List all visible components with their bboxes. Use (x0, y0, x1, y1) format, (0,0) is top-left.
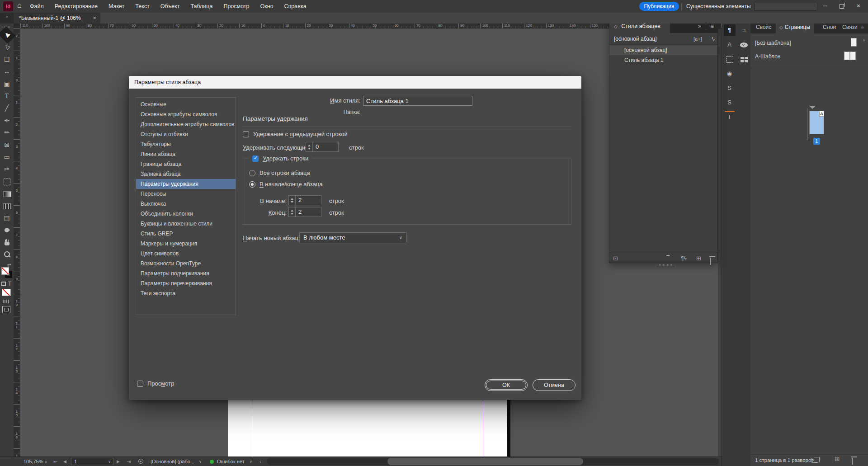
quick-apply-panel-icon[interactable]: ◉ (724, 68, 736, 80)
dialog-category-item[interactable]: Буквицы и вложенные стили (136, 219, 236, 229)
home-icon[interactable]: ⌂ (17, 1, 22, 9)
document-tab[interactable]: *Безымянный-1 @ 106% × (14, 13, 100, 24)
dialog-category-item[interactable]: Параметры удержания (136, 179, 236, 189)
clear-overrides-icon[interactable]: ¶ϟ (681, 253, 687, 264)
start-end-radio[interactable] (249, 181, 255, 188)
chevron-down-icon[interactable]: ∨ (250, 457, 252, 466)
dialog-category-item[interactable]: Теги экспорта (136, 288, 236, 298)
dialog-category-item[interactable]: Параметры перечеркивания (136, 278, 236, 288)
redefine-style-icon[interactable]: [a+] (693, 33, 702, 45)
style-list-item[interactable]: [основной абзац] (609, 45, 717, 55)
margin-guide-left[interactable] (252, 391, 252, 457)
cancel-button[interactable]: Отмена (533, 379, 576, 391)
screen-mode-button[interactable] (2, 306, 10, 313)
gradient-panel-icon[interactable]: S (724, 97, 736, 108)
create-new-style-icon[interactable]: ⊞ (696, 253, 701, 264)
at-start-stepper[interactable]: 2 (288, 195, 321, 205)
panel-cycle-icon[interactable]: ◇ (779, 25, 783, 30)
zoom-level-control[interactable]: 105,75% ∨ (24, 457, 47, 466)
style-name-input[interactable] (363, 96, 472, 106)
menu-item[interactable]: Редактирование (55, 3, 98, 9)
menu-item[interactable]: Окно (260, 3, 274, 9)
cc-libraries-panel-icon[interactable] (738, 39, 750, 51)
master-row-a[interactable]: А-Шаблон (750, 50, 868, 63)
window-minimize-button[interactable]: ─ (818, 0, 832, 12)
keep-lines-checkbox[interactable] (252, 155, 259, 162)
scrollbar-thumb[interactable] (387, 458, 583, 465)
scissors-tool[interactable]: ✂ (1, 164, 13, 175)
next-page-button[interactable]: ▶ (117, 457, 120, 466)
fill-color-swatch[interactable] (1, 267, 9, 275)
load-styles-icon[interactable]: ⊡ (613, 253, 618, 264)
dialog-category-item[interactable]: Стиль GREP (136, 229, 236, 239)
menu-item[interactable]: Файл (30, 3, 44, 9)
ok-button[interactable]: ОК (485, 379, 528, 391)
paragraph-styles-panel-icon[interactable]: ¶ (724, 24, 736, 36)
margin-guide-right[interactable] (483, 391, 483, 457)
master-row-none[interactable]: [Без шаблона] (750, 36, 868, 50)
last-page-button[interactable]: ⇥ (127, 457, 131, 466)
line-tool[interactable]: ╱ (1, 103, 13, 114)
dialog-category-item[interactable]: Основные атрибуты символов (136, 109, 236, 119)
stepper-arrows[interactable] (306, 142, 312, 152)
vertical-scrollbar[interactable] (718, 28, 722, 457)
pages-grid-panel-icon[interactable] (738, 53, 750, 65)
keep-with-previous-checkbox[interactable] (243, 131, 249, 137)
panel-collapse-icon[interactable]: » (0, 13, 14, 24)
preflight-profile-label[interactable]: [Основной] (рабо... (151, 457, 194, 466)
delete-page-icon[interactable] (852, 458, 853, 464)
at-start-value[interactable]: 2 (295, 195, 321, 205)
first-page-button[interactable]: ⇤ (53, 457, 57, 466)
menu-item[interactable]: Просмотр (223, 3, 249, 9)
dialog-category-item[interactable]: Заливка абзаца (136, 169, 236, 179)
dialog-category-item[interactable]: Цвет символов (136, 249, 236, 259)
menu-item[interactable]: Текст (135, 3, 149, 9)
at-end-value[interactable]: 2 (295, 207, 321, 217)
new-page-icon[interactable]: ⊞ (835, 455, 840, 462)
dialog-category-item[interactable]: Переносы (136, 189, 236, 199)
style-list-item[interactable]: Стиль абзаца 1 (609, 55, 717, 65)
panel-resize-handle[interactable] (658, 264, 674, 266)
override-highlighter-icon[interactable]: ϟ (712, 33, 715, 45)
panel-collapse-icon[interactable]: » (698, 23, 701, 29)
chevron-down-icon[interactable]: ∨ (199, 457, 202, 466)
horizontal-scrollbar[interactable] (267, 458, 719, 465)
formatting-affects-text-toggle[interactable]: T (8, 281, 11, 287)
dialog-category-item[interactable]: Маркеры и нумерация (136, 239, 236, 249)
search-input[interactable] (754, 2, 817, 11)
page-number-field[interactable]: 1 ∨ (71, 458, 113, 465)
formatting-affects-container-toggle[interactable] (1, 282, 6, 286)
object-styles-panel-icon[interactable] (724, 53, 736, 65)
rectangle-tool[interactable]: ▭ (1, 151, 13, 163)
scroll-up-icon[interactable]: ∧ (863, 38, 865, 42)
gap-tool[interactable]: ↔ (1, 66, 13, 77)
dialog-category-item[interactable]: Дополнительные атрибуты символов (136, 119, 236, 129)
pen-tool[interactable]: ✒ (1, 115, 13, 126)
rectangle-frame-tool[interactable]: ⊠ (1, 139, 13, 151)
character-styles-panel-icon[interactable]: A (724, 39, 736, 51)
dialog-category-item[interactable]: Объединить колонки (136, 209, 236, 219)
scroll-left-icon[interactable]: ‹ (259, 457, 261, 466)
pencil-tool[interactable]: ✏ (1, 127, 13, 138)
preflight-status-label[interactable]: Ошибок нет (217, 457, 245, 466)
dialog-category-item[interactable]: Линии абзаца (136, 149, 236, 159)
dialog-category-item[interactable]: Границы абзаца (136, 159, 236, 169)
tab-close-icon[interactable]: × (93, 13, 96, 24)
panel-cycle-icon[interactable]: ◇ (614, 24, 618, 29)
apply-none-swatch[interactable] (2, 289, 11, 296)
properties-panel-icon[interactable]: ≡ (738, 24, 750, 36)
preview-checkbox[interactable] (137, 381, 143, 387)
note-tool[interactable]: ▤ (1, 212, 13, 224)
page-tool[interactable]: ❏ (1, 54, 13, 65)
menu-item[interactable]: Таблица (190, 3, 212, 9)
keep-next-stepper[interactable]: 0 (306, 142, 339, 152)
type-tool[interactable]: T (1, 90, 13, 102)
hand-tool[interactable] (1, 237, 13, 248)
swatches-panel-icon[interactable]: S (724, 82, 736, 94)
gradient-feather-tool[interactable] (1, 200, 13, 212)
zoom-tool[interactable] (1, 249, 13, 260)
preflight-icon[interactable] (138, 459, 143, 464)
window-restore-button[interactable] (835, 0, 848, 12)
dialog-category-item[interactable]: Основные (136, 99, 236, 109)
delete-style-icon[interactable] (710, 256, 711, 267)
